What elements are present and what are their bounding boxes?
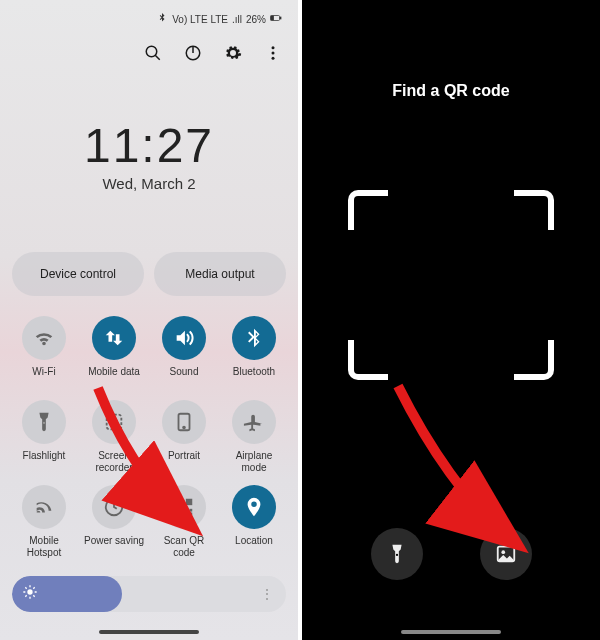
qr-scanner-screen: Find a QR code	[302, 0, 600, 640]
toggle-label: Portrait	[168, 450, 200, 472]
search-icon[interactable]	[144, 44, 162, 62]
bluetooth-status-icon	[156, 12, 168, 26]
svg-line-30	[25, 595, 26, 596]
toggle-sound[interactable]: Sound	[152, 316, 216, 388]
frame-corner	[348, 340, 388, 380]
panel-actions	[10, 30, 288, 72]
toggle-bluetooth[interactable]: Bluetooth	[222, 316, 286, 388]
control-pills: Device control Media output	[10, 252, 288, 296]
toggle-label: Location	[235, 535, 273, 557]
svg-rect-19	[186, 509, 189, 512]
power-icon[interactable]	[184, 44, 202, 62]
svg-point-34	[501, 550, 505, 554]
qr-viewfinder-frame	[348, 190, 554, 380]
toggle-portrait[interactable]: Portrait	[152, 400, 216, 473]
brightness-slider-wrap: ⋮	[10, 576, 288, 612]
toggle-label: Bluetooth	[233, 366, 275, 388]
toggle-grid: Wi-FiMobile dataSoundBluetoothFlashlight…	[10, 316, 288, 558]
toggle-label: Screen recorder	[82, 450, 146, 473]
svg-point-14	[183, 427, 185, 429]
svg-line-31	[33, 587, 34, 588]
more-icon[interactable]	[264, 44, 282, 62]
battery-pct: 26%	[246, 14, 266, 25]
clock-time: 11:27	[10, 118, 288, 173]
toggle-label: Mobile data	[88, 366, 140, 388]
gallery-button[interactable]	[480, 528, 532, 580]
qr-title: Find a QR code	[302, 82, 600, 100]
toggle-flashlight[interactable]: Flashlight	[12, 400, 76, 473]
portrait-icon	[162, 400, 206, 444]
toggle-screen-rec[interactable]: Screen recorder	[82, 400, 146, 473]
frame-corner	[514, 190, 554, 230]
clock-date: Wed, March 2	[10, 175, 288, 192]
slider-more-icon[interactable]: ⋮	[260, 586, 274, 602]
wifi-icon	[22, 316, 66, 360]
status-bar: Vo) LTE LTE .ıll 26%	[10, 8, 288, 30]
toggle-label: Mobile Hotspot	[12, 535, 76, 558]
toggle-label: Power saving	[84, 535, 144, 557]
hotspot-icon	[22, 485, 66, 529]
svg-line-28	[25, 587, 26, 588]
svg-point-8	[272, 52, 275, 55]
svg-point-9	[272, 57, 275, 60]
svg-rect-20	[190, 509, 193, 512]
leaf-icon	[92, 485, 136, 529]
volume-icon	[162, 316, 206, 360]
toggle-hotspot[interactable]: Mobile Hotspot	[12, 485, 76, 558]
camera-buttons	[302, 528, 600, 580]
svg-line-4	[155, 55, 160, 60]
sun-icon	[22, 584, 38, 604]
record-icon	[92, 400, 136, 444]
svg-line-29	[33, 595, 34, 596]
airplane-icon	[232, 400, 276, 444]
quick-settings-panel: Vo) LTE LTE .ıll 26% 11:27 Wed, March 2 …	[0, 0, 298, 640]
bluetooth-icon	[232, 316, 276, 360]
qr-icon	[162, 485, 206, 529]
flashlight-icon	[22, 400, 66, 444]
toggle-scan-qr[interactable]: Scan QR code	[152, 485, 216, 558]
svg-point-3	[146, 46, 157, 57]
svg-rect-22	[190, 513, 193, 516]
nav-bar[interactable]	[401, 630, 501, 634]
battery-icon	[270, 12, 282, 26]
signal-label: .ıll	[232, 14, 242, 25]
svg-point-12	[111, 419, 117, 425]
swap-icon	[92, 316, 136, 360]
location-icon	[232, 485, 276, 529]
clock: 11:27 Wed, March 2	[10, 118, 288, 192]
frame-corner	[348, 190, 388, 230]
toggle-label: Flashlight	[23, 450, 66, 472]
flashlight-button[interactable]	[371, 528, 423, 580]
svg-rect-18	[176, 509, 182, 515]
svg-point-10	[43, 422, 45, 424]
toggle-label: Wi-Fi	[32, 366, 55, 388]
toggle-airplane[interactable]: Airplane mode	[222, 400, 286, 473]
svg-rect-1	[280, 17, 281, 19]
svg-rect-17	[186, 499, 192, 505]
frame-corner	[514, 340, 554, 380]
svg-rect-21	[186, 513, 189, 516]
media-output-button[interactable]: Media output	[154, 252, 286, 296]
toggle-label: Scan QR code	[152, 535, 216, 558]
toggle-label: Airplane mode	[222, 450, 286, 473]
carrier-label: Vo) LTE LTE	[172, 14, 228, 25]
toggle-wifi[interactable]: Wi-Fi	[12, 316, 76, 388]
svg-point-32	[395, 554, 397, 556]
gear-icon[interactable]	[224, 44, 242, 62]
toggle-location[interactable]: Location	[222, 485, 286, 558]
svg-rect-2	[271, 16, 274, 20]
svg-point-7	[272, 46, 275, 49]
svg-point-23	[27, 589, 32, 594]
toggle-power-saving[interactable]: Power saving	[82, 485, 146, 558]
brightness-slider[interactable]: ⋮	[12, 576, 286, 612]
device-control-button[interactable]: Device control	[12, 252, 144, 296]
toggle-label: Sound	[170, 366, 199, 388]
toggle-mobile-data[interactable]: Mobile data	[82, 316, 146, 388]
svg-rect-16	[176, 499, 182, 505]
nav-bar[interactable]	[99, 630, 199, 634]
